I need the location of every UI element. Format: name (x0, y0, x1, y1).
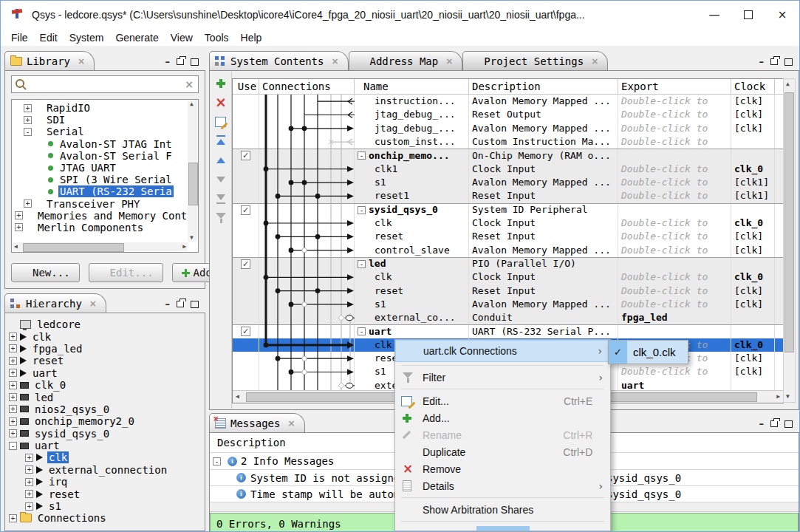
tab-library[interactable]: Library × (4, 51, 95, 70)
connections-cell[interactable] (259, 298, 355, 311)
table-row[interactable]: ✓ -sysid_qsys_0 System ID Peripheral (233, 203, 783, 216)
row-clock[interactable]: [clk] (731, 122, 775, 135)
scroll-right-icon[interactable]: ▶ (776, 394, 780, 400)
context-menu-item[interactable]: › (401, 365, 604, 366)
column-header-connections[interactable]: Connections (259, 79, 355, 94)
close-button[interactable]: × (765, 1, 799, 29)
tab-hierarchy[interactable]: Hierarchy × (4, 293, 106, 313)
connections-cell[interactable] (259, 189, 355, 202)
library-tree-item[interactable]: Avalon-ST JTAG Int (12, 138, 198, 150)
panel-tab[interactable]: System Contents × (209, 51, 349, 70)
panel-maximize-icon[interactable] (191, 301, 199, 308)
row-clock[interactable]: [clk1] (731, 176, 775, 189)
panel-maximize-icon[interactable] (191, 58, 199, 66)
context-menu-item[interactable]: › (401, 521, 604, 522)
titlebar[interactable]: Qsys - ledcore.qsys* (C:\Users\sunshine\… (1, 1, 799, 29)
row-clock[interactable] (731, 204, 775, 216)
row-clock[interactable]: [clk] (731, 230, 775, 243)
connections-cell[interactable] (259, 135, 355, 149)
row-export[interactable]: Double-click to (618, 230, 731, 243)
panel-float-icon[interactable] (770, 420, 778, 427)
scroll-right-icon[interactable]: ▶ (182, 244, 186, 250)
remove-component-button[interactable] (213, 95, 228, 109)
row-export[interactable]: fpga_led (618, 311, 731, 324)
use-checkbox[interactable]: ✓ (241, 327, 250, 336)
hierarchy-tree-item[interactable]: + sysid_qsys_0 (9, 428, 204, 440)
library-search[interactable]: × (11, 75, 199, 93)
move-up-button[interactable] (213, 153, 228, 167)
table-row[interactable]: ✓ s1 Avalon Memory Mapped ... Double-cli… (233, 176, 783, 189)
menubar-item[interactable]: Generate (109, 30, 164, 45)
library-tree-item[interactable]: + SDI (12, 114, 198, 126)
expander-icon[interactable]: + (15, 223, 23, 231)
row-export[interactable]: Double-click to (618, 95, 731, 108)
row-clock[interactable]: [clk] (731, 284, 775, 297)
move-top-button[interactable] (213, 134, 228, 148)
panel-float-icon[interactable] (770, 58, 778, 65)
table-row[interactable]: ✓ reset Reset Input Double-click to [clk… (233, 230, 783, 243)
hierarchy-tree-item[interactable]: + clk (9, 330, 204, 342)
column-header-description[interactable]: Description (469, 79, 618, 94)
menubar-item[interactable]: Help (235, 30, 268, 45)
connections-cell[interactable] (259, 204, 355, 216)
panel-minimize-icon[interactable]: – (165, 56, 171, 67)
close-icon[interactable]: × (445, 56, 453, 66)
row-export[interactable]: Double-click to (618, 270, 731, 284)
panel-float-icon[interactable] (177, 58, 184, 65)
row-clock[interactable] (731, 135, 775, 149)
connections-cell[interactable] (259, 216, 355, 230)
connections-cell[interactable] (259, 176, 355, 189)
collapse-icon[interactable]: - (213, 457, 221, 466)
hierarchy-tree-item[interactable]: - uart (9, 440, 204, 451)
table-row[interactable]: ✓ jtag_debug_... Reset Output Double-cli… (233, 108, 783, 121)
column-header-name[interactable]: Name (355, 79, 469, 94)
expander-icon[interactable]: + (25, 490, 33, 498)
hierarchy-tree-item[interactable]: + led (9, 391, 204, 403)
row-clock[interactable]: clk_0 (731, 216, 775, 230)
expander-icon[interactable]: - (24, 128, 32, 136)
scroll-up-icon[interactable]: ▲ (786, 81, 790, 87)
search-input[interactable] (29, 77, 180, 92)
expander-icon[interactable]: + (25, 502, 33, 511)
library-tree-item[interactable]: Avalon-ST Serial F (12, 150, 198, 162)
collapse-icon[interactable]: - (358, 327, 366, 335)
row-export[interactable]: Double-click to (618, 284, 731, 297)
table-row[interactable]: ✓ external_co... Conduit fpga_led (233, 311, 783, 324)
connections-cell[interactable] (259, 258, 355, 270)
hierarchy-tree-item[interactable]: + onchip_memory2_0 (9, 415, 204, 427)
row-clock[interactable]: [clk1] (731, 189, 775, 202)
menubar-item[interactable]: System (64, 30, 110, 45)
use-checkbox[interactable]: ✓ (241, 205, 250, 215)
close-icon[interactable]: × (78, 56, 85, 66)
table-row[interactable]: ✓ jtag_debug_... Avalon Memory Mapped ..… (233, 122, 783, 135)
minimize-button[interactable]: — (697, 1, 731, 29)
table-row[interactable]: ✓ -led PIO (Parallel I/O) (233, 257, 783, 270)
row-export[interactable]: Double-click to (618, 298, 731, 311)
row-export[interactable]: Double-click to (618, 108, 731, 121)
expander-icon[interactable]: + (9, 357, 17, 365)
table-row[interactable]: ✓ clk1 Clock Input Double-click to clk_0 (233, 163, 783, 176)
table-row[interactable]: ✓ -onchip_memo... On-Chip Memory (RAM o.… (233, 149, 783, 162)
hierarchy-tree-item[interactable]: + reset (9, 488, 204, 499)
row-export[interactable]: Double-click to (618, 243, 731, 256)
row-clock[interactable]: clk_0 (731, 270, 775, 284)
context-menu-item[interactable]: Add... › (395, 409, 610, 426)
hierarchy-tree-item[interactable]: ledcore (9, 318, 204, 330)
context-menu-item[interactable]: Duplicate Ctrl+D › (395, 443, 610, 460)
column-header-clock[interactable]: Clock (731, 79, 775, 94)
scroll-down-icon[interactable]: ▼ (786, 394, 790, 400)
panel-float-icon[interactable] (177, 301, 184, 307)
hierarchy-tree-item[interactable]: + clk_0 (9, 379, 204, 391)
row-clock[interactable]: [clk] (731, 95, 775, 108)
expander-icon[interactable]: + (9, 381, 17, 389)
submenu-item[interactable]: ✓ clk_0.clk (609, 341, 688, 364)
context-menu-item[interactable]: uart.clk Connections › (395, 340, 610, 362)
close-icon[interactable]: × (331, 56, 338, 66)
expander-icon[interactable]: + (9, 393, 17, 401)
edit-button[interactable]: Edit... (89, 263, 163, 282)
menubar-item[interactable]: Edit (34, 30, 64, 45)
expander-icon[interactable]: + (24, 200, 32, 208)
connections-cell[interactable] (259, 365, 355, 378)
context-menu-item[interactable]: Edit... Ctrl+E › (395, 392, 610, 409)
table-row[interactable]: ✓ clk Clock Input Double-click to clk_0 (233, 216, 783, 230)
